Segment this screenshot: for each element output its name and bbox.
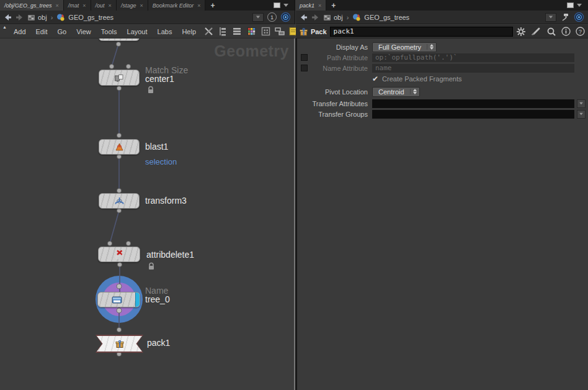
new-tab-button[interactable]: + xyxy=(205,0,220,11)
transfer-attributes-field[interactable] xyxy=(372,99,574,108)
node-body xyxy=(97,336,142,351)
menu-labs[interactable]: Labs xyxy=(153,28,177,35)
pivot-location-dropdown[interactable]: Centroid xyxy=(372,87,420,97)
node-partial-top[interactable] xyxy=(99,39,140,41)
close-icon[interactable]: × xyxy=(197,2,200,9)
name-attribute-field[interactable] xyxy=(372,64,574,73)
chevron-down-icon[interactable] xyxy=(283,4,288,7)
menu-tools[interactable]: Tools xyxy=(96,28,122,35)
node-name-label[interactable]: center1 xyxy=(145,74,174,84)
menu-add[interactable]: Add xyxy=(9,28,31,35)
search-icon[interactable] xyxy=(546,27,556,37)
param-row-transfer-attributes: Transfer Attributes xyxy=(297,99,588,108)
close-icon[interactable]: × xyxy=(109,2,112,9)
node-name-label[interactable]: attribdelete1 xyxy=(146,250,194,260)
network-editor[interactable]: Geometry xyxy=(0,39,294,390)
menu-go[interactable]: Go xyxy=(52,28,71,35)
left-pane-control[interactable] xyxy=(267,0,295,11)
node-pack1[interactable] xyxy=(96,335,143,353)
info-icon[interactable] xyxy=(561,27,571,36)
menu-edit[interactable]: Edit xyxy=(31,28,53,35)
network-boxes-icon[interactable] xyxy=(275,27,285,37)
node-tree-0[interactable] xyxy=(97,292,140,307)
tab-stage[interactable]: /stage × xyxy=(117,0,148,11)
tab-mat[interactable]: /mat × xyxy=(64,0,91,11)
dropdown-arrows-icon[interactable] xyxy=(427,44,436,50)
node-type-label: Pack xyxy=(311,28,327,35)
param-label: Transfer Groups xyxy=(311,111,368,118)
menu-help[interactable]: Help xyxy=(177,28,201,35)
display-flag[interactable] xyxy=(135,292,140,307)
scroll-up-icon[interactable]: ▲ xyxy=(2,25,7,29)
breadcrumb-geo-node[interactable]: GEO_gs_trees xyxy=(56,13,114,21)
tree-view-icon[interactable] xyxy=(218,27,228,37)
node-name-label[interactable]: tree_0 xyxy=(145,294,170,304)
path-dropdown[interactable] xyxy=(252,13,264,22)
right-pane-control[interactable] xyxy=(561,0,588,11)
geometry-node-icon xyxy=(352,13,362,21)
tab-label: Bookmark Editor xyxy=(153,2,194,9)
checkmark-icon[interactable]: ✔ xyxy=(372,75,378,83)
follow-target-icon[interactable] xyxy=(574,12,584,22)
path-attribute-field[interactable] xyxy=(372,53,574,62)
menu-layout[interactable]: Layout xyxy=(122,28,153,35)
close-icon[interactable]: × xyxy=(318,2,321,9)
list-view-icon[interactable] xyxy=(232,27,242,37)
spacer xyxy=(341,0,561,11)
gear-icon[interactable] xyxy=(516,27,526,37)
node-name-label[interactable]: blast1 xyxy=(145,142,168,152)
grid-snap-icon[interactable] xyxy=(261,27,270,37)
transfer-groups-menu-button[interactable] xyxy=(577,110,586,119)
brush-icon[interactable] xyxy=(531,27,541,36)
close-icon[interactable]: × xyxy=(56,2,59,9)
forward-button[interactable] xyxy=(16,14,24,21)
forward-button[interactable] xyxy=(311,14,319,21)
color-palette-grid-icon[interactable] xyxy=(246,27,256,37)
transfer-attributes-menu-button[interactable] xyxy=(577,99,586,108)
tab-bookmark-editor[interactable]: Bookmark Editor × xyxy=(148,0,206,11)
back-button[interactable] xyxy=(300,14,308,21)
node-blast1[interactable] xyxy=(99,139,140,155)
chevron-down-icon[interactable] xyxy=(577,4,582,7)
pack-icon xyxy=(115,339,125,348)
param-row-transfer-groups: Transfer Groups xyxy=(297,109,588,119)
name-attribute-checkbox[interactable] xyxy=(301,65,308,71)
pane-maximize-icon[interactable] xyxy=(567,2,574,8)
tab-out[interactable]: /out × xyxy=(91,0,117,11)
help-icon[interactable]: ? xyxy=(576,27,585,36)
transform-icon xyxy=(114,196,125,206)
spacer xyxy=(220,0,267,11)
pane-link-badge[interactable]: 1 xyxy=(267,12,277,22)
breadcrumb-geo-node[interactable]: GEO_gs_trees xyxy=(352,13,409,21)
network-context-icon xyxy=(323,14,331,21)
node-name-label[interactable]: transform3 xyxy=(145,196,187,206)
close-icon[interactable]: × xyxy=(82,2,86,9)
pin-icon[interactable] xyxy=(560,12,570,22)
back-button[interactable] xyxy=(4,14,12,21)
node-attribdelete1[interactable] xyxy=(98,247,140,262)
dropdown-arrows-icon[interactable] xyxy=(410,89,419,94)
matchsize-icon xyxy=(114,73,124,83)
follow-target-icon[interactable] xyxy=(280,12,291,22)
breadcrumb-obj[interactable]: obj xyxy=(27,14,47,21)
tools-wrench-icon[interactable] xyxy=(203,27,213,37)
node-name-field[interactable] xyxy=(330,27,513,37)
breadcrumb-obj[interactable]: obj xyxy=(323,14,343,21)
close-icon[interactable]: × xyxy=(140,2,143,9)
new-tab-button[interactable]: + xyxy=(326,0,341,11)
display-as-dropdown[interactable]: Full Geometry xyxy=(372,42,437,52)
node-center1[interactable] xyxy=(99,70,140,86)
network-path-bar-left: obj › GEO_gs_trees 1 xyxy=(0,11,295,24)
network-menu-bar: ▲ Add Edit Go View Tools Layout Labs Hel… xyxy=(0,25,294,39)
node-name-label[interactable]: pack1 xyxy=(147,338,170,348)
tab-obj-geo-gs-trees[interactable]: /obj/GEO_gs_trees × xyxy=(0,0,64,11)
pane-maximize-icon[interactable] xyxy=(274,2,280,8)
path-dropdown[interactable] xyxy=(545,13,556,22)
transfer-groups-field[interactable] xyxy=(372,110,574,119)
tab-pack1[interactable]: pack1 × xyxy=(295,0,326,11)
path-attribute-checkbox[interactable] xyxy=(301,54,308,61)
svg-text:?: ? xyxy=(579,29,582,35)
tab-label: /stage xyxy=(121,2,136,9)
node-transform3[interactable] xyxy=(99,193,140,209)
menu-view[interactable]: View xyxy=(71,28,96,35)
